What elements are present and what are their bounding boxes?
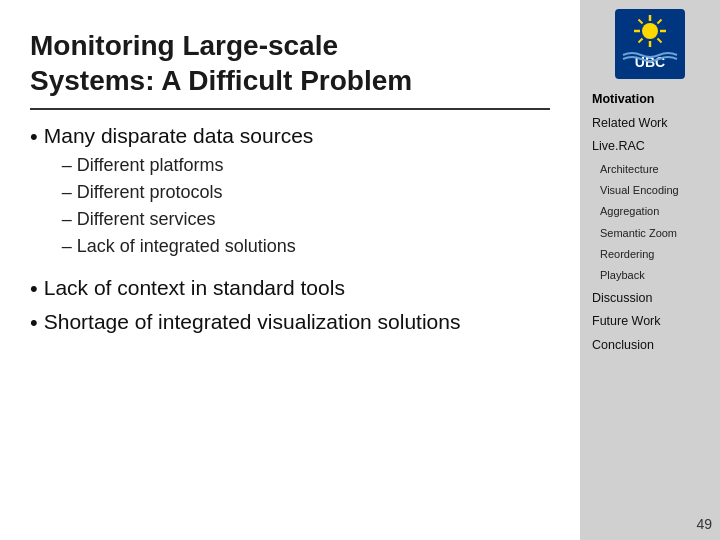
page-number: 49 bbox=[696, 516, 712, 532]
svg-point-2 bbox=[642, 23, 658, 39]
nav-item-semantic-zoom[interactable]: Semantic Zoom bbox=[588, 223, 712, 244]
sub-list-1: – Different platforms – Different protoc… bbox=[62, 152, 314, 260]
main-bullet-list: • Many disparate data sources – Differen… bbox=[30, 124, 550, 345]
nav-item-playback[interactable]: Playback bbox=[588, 265, 712, 286]
nav-item-architecture[interactable]: Architecture bbox=[588, 159, 712, 180]
bullet-item-2: • Lack of context in standard tools bbox=[30, 276, 550, 302]
bullet-text-1: Many disparate data sources bbox=[44, 124, 314, 147]
slide-content: Monitoring Large-scale Systems: A Diffic… bbox=[0, 0, 580, 540]
bullet-text-3: Shortage of integrated visualization sol… bbox=[44, 310, 461, 334]
nav-item-visual-encoding[interactable]: Visual Encoding bbox=[588, 180, 712, 201]
nav-item-conclusion[interactable]: Conclusion bbox=[588, 334, 712, 358]
navigation-menu: Motivation Related Work Live.RAC Archite… bbox=[580, 88, 720, 357]
title-divider bbox=[30, 108, 550, 110]
nav-item-liverac[interactable]: Live.RAC bbox=[588, 135, 712, 159]
bullet-dot-3: • bbox=[30, 310, 38, 336]
nav-item-motivation[interactable]: Motivation bbox=[588, 88, 712, 112]
sub-item-1-3: – Different services bbox=[62, 206, 314, 233]
bullet-item-3: • Shortage of integrated visualization s… bbox=[30, 310, 550, 336]
ubc-logo: UBC bbox=[614, 8, 686, 80]
nav-item-related-work[interactable]: Related Work bbox=[588, 112, 712, 136]
bullet-text-2: Lack of context in standard tools bbox=[44, 276, 345, 300]
nav-item-discussion[interactable]: Discussion bbox=[588, 287, 712, 311]
sub-item-1-2: – Different protocols bbox=[62, 179, 314, 206]
nav-item-reordering[interactable]: Reordering bbox=[588, 244, 712, 265]
bullet-dot-1: • bbox=[30, 124, 38, 150]
slide-title: Monitoring Large-scale Systems: A Diffic… bbox=[30, 28, 550, 98]
sub-item-1-1: – Different platforms bbox=[62, 152, 314, 179]
nav-item-future-work[interactable]: Future Work bbox=[588, 310, 712, 334]
bullet-dot-2: • bbox=[30, 276, 38, 302]
bullet-item-1: • Many disparate data sources – Differen… bbox=[30, 124, 550, 268]
sub-item-1-4: – Lack of integrated solutions bbox=[62, 233, 314, 260]
nav-item-aggregation[interactable]: Aggregation bbox=[588, 201, 712, 222]
sidebar: UBC Motivation Related Work Live.RAC Arc… bbox=[580, 0, 720, 540]
